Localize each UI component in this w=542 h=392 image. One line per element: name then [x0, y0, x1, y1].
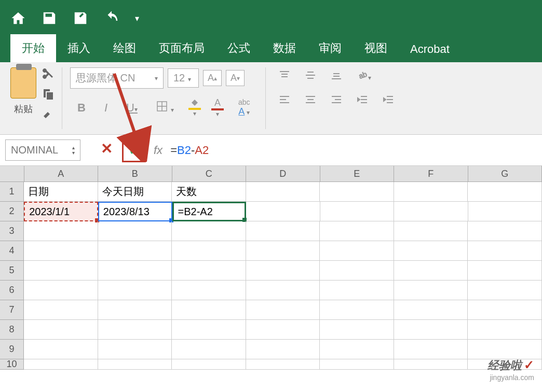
cell[interactable]	[246, 359, 320, 370]
align-bottom-btn[interactable]	[326, 67, 347, 85]
cell[interactable]	[468, 241, 542, 261]
row-header-7[interactable]: 7	[0, 300, 24, 320]
cell[interactable]	[468, 340, 542, 359]
tab-review[interactable]: 审阅	[307, 34, 353, 62]
fill-color-btn[interactable]: ▾	[185, 97, 204, 118]
tab-draw[interactable]: 绘图	[102, 34, 147, 62]
home-icon[interactable]	[10, 10, 26, 26]
cell[interactable]	[98, 320, 172, 340]
col-header-b[interactable]: B	[98, 166, 172, 181]
cancel-formula-btn[interactable]: ✕	[96, 138, 117, 159]
cell[interactable]	[394, 221, 468, 241]
cell[interactable]	[394, 320, 468, 340]
cell-d2[interactable]	[246, 202, 320, 221]
cell[interactable]	[24, 340, 98, 359]
cell[interactable]	[172, 300, 246, 320]
format-painter-icon[interactable]	[42, 109, 54, 123]
cell-c1[interactable]: 天数	[172, 182, 246, 202]
align-right-btn[interactable]	[326, 92, 347, 109]
cell[interactable]	[24, 359, 98, 370]
undo-icon[interactable]	[104, 10, 119, 26]
formula-input[interactable]: = B2 - A2	[170, 144, 209, 157]
orientation-btn[interactable]: ab▾	[351, 67, 376, 85]
italic-btn[interactable]: I	[97, 98, 115, 118]
cell[interactable]	[320, 261, 394, 281]
name-box[interactable]: NOMINAL ▴▾	[5, 139, 80, 161]
col-header-c[interactable]: C	[172, 166, 246, 181]
cell-a1[interactable]: 日期	[24, 182, 98, 202]
cell-f2[interactable]	[394, 202, 468, 221]
col-header-a[interactable]: A	[24, 166, 98, 181]
align-left-btn[interactable]	[274, 92, 295, 109]
cell-c2[interactable]: =B2-A2	[172, 202, 247, 221]
cell[interactable]	[468, 261, 542, 281]
cell[interactable]	[394, 281, 468, 300]
dropdown-icon[interactable]: ▾	[135, 13, 139, 23]
cell[interactable]	[468, 221, 542, 241]
name-box-arrows[interactable]: ▴▾	[72, 145, 75, 156]
cell[interactable]	[246, 221, 320, 241]
cell[interactable]	[394, 359, 468, 370]
cell[interactable]	[172, 261, 246, 281]
cell-d1[interactable]	[246, 182, 320, 202]
tab-data[interactable]: 数据	[262, 34, 307, 62]
cell[interactable]	[24, 221, 98, 241]
cell[interactable]	[98, 281, 172, 300]
cell[interactable]	[320, 281, 394, 300]
border-btn[interactable]: ▾	[149, 97, 181, 118]
underline-btn[interactable]: U▾	[119, 98, 145, 118]
cell[interactable]	[394, 340, 468, 359]
cell[interactable]	[172, 320, 246, 340]
row-header-2[interactable]: 2	[0, 202, 24, 221]
copy-icon[interactable]	[42, 88, 54, 103]
col-header-e[interactable]: E	[320, 166, 394, 181]
col-header-g[interactable]: G	[468, 166, 542, 181]
cell[interactable]	[468, 320, 542, 340]
row-header-4[interactable]: 4	[0, 241, 24, 261]
cell[interactable]	[98, 261, 172, 281]
cell[interactable]	[98, 221, 172, 241]
tab-insert[interactable]: 插入	[56, 34, 102, 62]
font-name-select[interactable]: 思源黑体 CN ▾	[70, 67, 164, 89]
cell[interactable]	[468, 300, 542, 320]
cell-a2[interactable]: 2023/1/1	[24, 202, 98, 221]
cell[interactable]	[320, 241, 394, 261]
indent-increase-btn[interactable]	[377, 92, 399, 109]
cell[interactable]	[320, 340, 394, 359]
save-icon[interactable]	[42, 10, 57, 26]
select-all-corner[interactable]	[0, 166, 24, 181]
cell[interactable]	[172, 241, 246, 261]
cell[interactable]	[394, 300, 468, 320]
col-header-d[interactable]: D	[246, 166, 320, 181]
col-header-f[interactable]: F	[394, 166, 468, 181]
bold-btn[interactable]: B	[70, 98, 93, 118]
cell[interactable]	[98, 241, 172, 261]
cell[interactable]	[246, 261, 320, 281]
cell[interactable]	[24, 320, 98, 340]
row-header-6[interactable]: 6	[0, 281, 24, 300]
cell-b1[interactable]: 今天日期	[98, 182, 172, 202]
font-size-select[interactable]: 12 ▾	[168, 68, 199, 88]
cell[interactable]	[468, 281, 542, 300]
cell-e1[interactable]	[320, 182, 394, 202]
cell[interactable]	[172, 359, 246, 370]
cell[interactable]	[394, 241, 468, 261]
cell[interactable]	[246, 281, 320, 300]
row-header-5[interactable]: 5	[0, 261, 24, 281]
tab-acrobat[interactable]: Acrobat	[399, 36, 461, 62]
cell[interactable]	[24, 261, 98, 281]
fx-label[interactable]: fx	[154, 144, 162, 157]
increase-font-btn[interactable]: A▴	[203, 70, 222, 86]
pinyin-btn[interactable]: abcA ▾	[231, 95, 258, 120]
cell-e2[interactable]	[320, 202, 394, 221]
tab-view[interactable]: 视图	[353, 34, 399, 62]
cell[interactable]	[246, 340, 320, 359]
row-header-1[interactable]: 1	[0, 182, 24, 202]
cell[interactable]	[24, 300, 98, 320]
cell[interactable]	[320, 320, 394, 340]
cell[interactable]	[172, 281, 246, 300]
cell[interactable]	[98, 359, 172, 370]
cell[interactable]	[246, 241, 320, 261]
edit-save-icon[interactable]	[73, 10, 88, 26]
cell[interactable]	[24, 241, 98, 261]
